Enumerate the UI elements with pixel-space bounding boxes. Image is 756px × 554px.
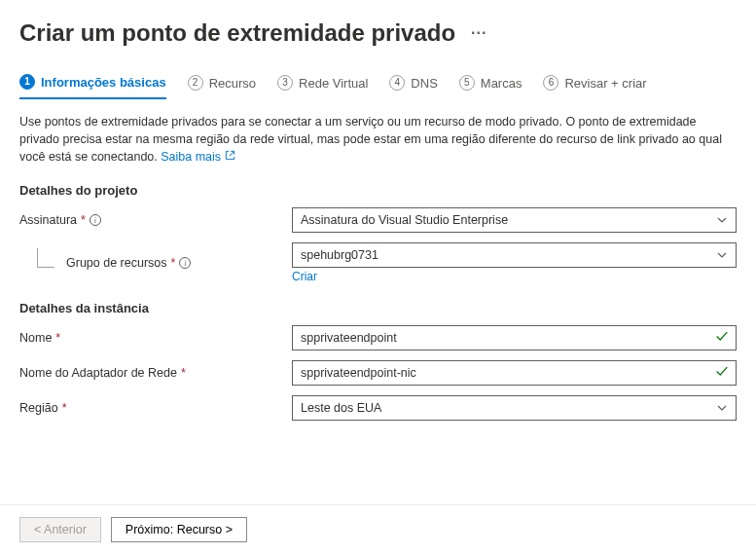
select-value: Leste dos EUA [301,401,381,415]
required-asterisk: * [181,366,186,380]
select-value: Assinatura do Visual Studio Enterprise [301,213,508,227]
info-icon[interactable]: i [179,257,191,269]
tab-tags[interactable]: 5 Marcas [459,74,522,99]
tab-virtual-network[interactable]: 3 Rede Virtual [277,74,368,99]
tab-step-badge: 2 [188,75,203,91]
nic-name-input[interactable] [292,360,737,386]
chevron-down-icon [716,402,728,414]
label-text: Grupo de recursos [66,256,167,270]
chevron-down-icon [716,249,728,261]
label-text: Nome [19,331,52,345]
subscription-label: Assinatura * i [19,213,292,227]
tab-label: Recurso [209,76,256,91]
tree-connector-icon [37,248,54,268]
tab-label: Marcas [481,76,522,91]
check-icon [715,330,729,347]
required-asterisk: * [171,256,176,270]
required-asterisk: * [55,331,60,345]
resource-group-select[interactable]: spehubrg0731 [292,242,737,268]
chevron-down-icon [716,214,728,226]
name-input[interactable] [292,325,737,351]
label-text: Região [19,401,58,415]
section-title-instance: Detalhes da instância [19,301,737,315]
tab-label: Informações básicas [41,75,166,90]
check-icon [715,365,729,382]
label-text: Nome do Adaptador de Rede [19,366,177,380]
external-link-icon [225,151,235,163]
section-title-project: Detalhes do projeto [19,183,737,198]
tab-step-badge: 3 [277,75,293,91]
region-label: Região * [19,401,292,415]
create-new-link[interactable]: Criar [292,270,317,283]
learn-more-link[interactable]: Saiba mais [161,150,234,164]
more-menu-icon[interactable]: ··· [471,24,486,42]
name-label: Nome* [19,331,292,345]
tab-step-badge: 6 [543,75,558,91]
tab-dns[interactable]: 4 DNS [389,74,437,99]
tab-resource[interactable]: 2 Recurso [188,74,256,99]
region-select[interactable]: Leste dos EUA [292,395,737,421]
subscription-select[interactable]: Assinatura do Visual Studio Enterprise [292,207,737,233]
page-title: Criar um ponto de extremidade privado [19,19,455,47]
nic-name-label: Nome do Adaptador de Rede * [19,366,292,380]
tab-label: DNS [411,76,437,91]
select-value: spehubrg0731 [301,248,378,262]
required-asterisk: * [62,401,67,415]
wizard-tabs: 1 Informações básicas 2 Recurso 3 Rede V… [19,74,737,99]
intro-body: Use pontos de extremidade privados para … [19,115,722,164]
info-icon[interactable]: i [90,214,101,226]
tab-step-badge: 1 [19,74,35,90]
resource-group-label: Grupo de recursos * i [19,256,292,270]
tab-basics[interactable]: 1 Informações básicas [19,74,166,99]
tab-review-create[interactable]: 6 Revisar + criar [543,74,646,99]
label-text: Assinatura [19,213,77,227]
tab-step-badge: 4 [389,75,405,91]
required-asterisk: * [81,213,86,227]
tab-step-badge: 5 [459,75,475,91]
tab-label: Rede Virtual [299,76,368,91]
tab-label: Revisar + criar [564,76,646,91]
learn-more-label: Saiba mais [161,150,221,164]
intro-text: Use pontos de extremidade privados para … [19,113,737,166]
